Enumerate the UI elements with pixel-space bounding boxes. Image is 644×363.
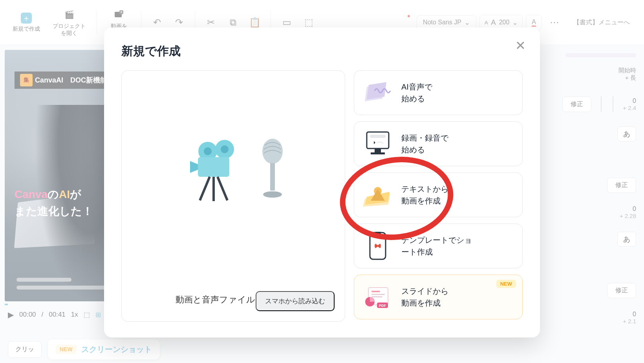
option-slides-to-video[interactable]: NEW PDF スライドから 動画を作成 (354, 275, 523, 319)
option-label: テキストから 動画を作成 (401, 183, 448, 207)
svg-marker-8 (190, 161, 198, 173)
svg-rect-18 (370, 135, 386, 138)
option-label: スライドから 動画を作成 (401, 285, 448, 309)
modal-overlay: ✕ 新規で作成 (0, 0, 644, 363)
option-record[interactable]: 録画・録音で 始める (354, 121, 523, 166)
option-template-short[interactable]: テンプレートでショ ート作成 (354, 224, 523, 268)
new-create-modal: ✕ 新規で作成 (104, 28, 540, 337)
svg-line-10 (218, 177, 227, 200)
close-icon[interactable]: ✕ (515, 39, 526, 52)
ai-voice-icon (363, 78, 393, 108)
option-text-to-video[interactable]: テキストから 動画を作成 (354, 172, 523, 217)
svg-marker-16 (367, 82, 386, 99)
svg-rect-20 (371, 152, 385, 154)
template-short-icon (363, 231, 393, 261)
slides-icon: PDF (363, 282, 393, 312)
svg-rect-17 (367, 132, 389, 148)
svg-rect-28 (371, 291, 380, 292)
option-ai-voice[interactable]: AI音声で 始める (354, 70, 523, 115)
text-video-icon (363, 180, 393, 210)
option-cards: AI音声で 始める 録画・録音で 始める テキストから 動画を作成 (354, 70, 523, 322)
option-label: AI音声で 始める (401, 81, 432, 104)
svg-rect-30 (371, 296, 382, 297)
svg-rect-13 (270, 163, 275, 191)
option-label: テンプレートでショ ート作成 (401, 234, 472, 258)
record-icon (363, 129, 393, 159)
camera-mic-illustration-icon (178, 134, 288, 204)
svg-rect-19 (375, 148, 381, 152)
svg-line-9 (200, 177, 210, 200)
option-label: 録画・録音で 始める (401, 132, 448, 156)
svg-rect-29 (371, 294, 385, 295)
svg-point-4 (204, 147, 212, 155)
import-phone-button[interactable]: スマホから読み込む (256, 291, 335, 311)
svg-point-14 (263, 191, 282, 198)
svg-point-6 (221, 145, 229, 153)
svg-rect-7 (198, 157, 229, 177)
modal-title: 新規で作成 (121, 43, 523, 59)
svg-text:PDF: PDF (379, 304, 386, 308)
main-upload-card[interactable]: 動画と音声ファイルで始める スマホから読み込む (121, 70, 345, 322)
svg-rect-26 (375, 232, 381, 234)
new-tag: NEW (496, 280, 516, 288)
